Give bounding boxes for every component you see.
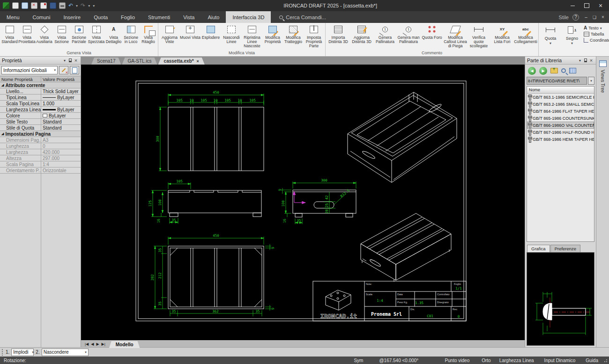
- library-pin-icon[interactable]: [583, 58, 588, 63]
- btn-tabella[interactable]: Tabella: [584, 32, 609, 36]
- tab-grafica[interactable]: Grafica: [527, 245, 550, 252]
- btn-quota[interactable]: Quota: [540, 23, 561, 56]
- btn-aggiorna-distinta[interactable]: Aggiorna Distinta 3D: [350, 23, 373, 50]
- undo-icon[interactable]: ↶: [68, 3, 73, 8]
- save-icon[interactable]: [50, 2, 56, 9]
- apply-property-button[interactable]: [70, 66, 79, 74]
- btn-imposta-proprieta-parte[interactable]: Imposta Proprietà Parte: [304, 23, 324, 50]
- btn-verifica-quote[interactable]: Verifica quote scollegate: [467, 23, 490, 50]
- redo-caret-icon[interactable]: ▾: [88, 4, 90, 8]
- mdi-restore-icon[interactable]: [591, 15, 598, 20]
- menu-tab-vista[interactable]: Vista: [177, 11, 201, 23]
- menu-tab-interfaccia-3d[interactable]: Interfaccia 3D: [226, 11, 271, 23]
- doc-tab-scena17[interactable]: Scena17: [91, 58, 121, 65]
- btn-vista-spezzata[interactable]: Vista Spezzata: [88, 23, 105, 50]
- status-punto-video[interactable]: Punto video: [445, 358, 469, 363]
- prop-stile-testo[interactable]: Stile TestoStandard: [0, 119, 81, 125]
- minimize-button[interactable]: [566, 1, 579, 10]
- import-icon[interactable]: [40, 2, 47, 9]
- btn-modifica-lista-fori[interactable]: XYModifica Lista Fori: [490, 23, 514, 50]
- style-menu[interactable]: Stile: [559, 15, 569, 20]
- menu-tab-strumenti[interactable]: Strumenti: [141, 11, 177, 23]
- menu-tab-aiuto[interactable]: Aiuto: [201, 11, 226, 23]
- library-item[interactable]: GB/T 865-1986 COUNTERSUNK ...: [527, 115, 594, 122]
- sheet-tab-modello[interactable]: Modello: [109, 341, 140, 348]
- btn-importa-distinta[interactable]: Importa Distinta 3D: [327, 23, 350, 50]
- col-header-value[interactable]: Valore Proprietà: [41, 77, 81, 82]
- btn-genera-man-pallinatura[interactable]: 1Genera man Pallinatura: [397, 23, 420, 50]
- col-header-name[interactable]: Nome Proprietà: [0, 76, 41, 82]
- title-block[interactable]: Note: Foglio 1/1 Scala 1:4 Data Controll…: [313, 281, 466, 321]
- btn-modifica-collegamenti[interactable]: abcModifica Collegamenti: [514, 23, 537, 50]
- prop-colore[interactable]: ColoreByLayer: [0, 113, 81, 119]
- prop-scala-tipolinea[interactable]: Scala TipoLinea1.000: [0, 101, 81, 107]
- close-document-icon[interactable]: [31, 2, 37, 9]
- btn-muovi-vista[interactable]: ✛Muovi Vista: [180, 23, 201, 50]
- menu-tab-inserire[interactable]: Inserire: [57, 11, 87, 23]
- undo-caret-icon[interactable]: ▾: [76, 4, 78, 8]
- end-view[interactable]: 300 100 9 42 25 28 R12.5: [278, 178, 356, 224]
- library-item[interactable]: GB/T 863.2-1986 SMALL SEMICI...: [527, 101, 594, 108]
- command-search[interactable]: Cerca Comandi...: [279, 11, 326, 23]
- btn-modifica-tratteggio[interactable]: Modifica Tratteggio: [283, 23, 304, 50]
- btn-vista-proiettata[interactable]: Vista Proiettata: [18, 23, 36, 50]
- doc-tab-cassetta[interactable]: cassetta.exb*×: [158, 58, 205, 65]
- tab-preferenze[interactable]: Preferenze: [550, 245, 580, 252]
- btn-vista-sezione[interactable]: Vista Sezione: [53, 23, 70, 50]
- library-close-icon[interactable]: [588, 58, 594, 63]
- section-attributo-corrente[interactable]: ◢Attributo corrente: [0, 82, 81, 88]
- open-document-icon[interactable]: [22, 2, 28, 9]
- library-path-input[interactable]: it-IT\RIVET\COARSE RIVET\: [527, 77, 587, 85]
- btn-esplodere[interactable]: Esplodere: [201, 23, 221, 50]
- maximize-button[interactable]: [580, 1, 593, 10]
- iso-closed-crate-view[interactable]: [361, 213, 451, 282]
- views-tree-tab[interactable]: Views Tree: [600, 70, 605, 93]
- property-scope-select[interactable]: Informazioni Globali▾: [1, 66, 58, 74]
- help-icon[interactable]: [572, 14, 579, 21]
- status-guida[interactable]: Guida: [586, 358, 598, 363]
- btn-vista-ausiliaria[interactable]: Vista Ausiliaria: [36, 23, 53, 50]
- views-tree-icon[interactable]: [599, 60, 607, 67]
- menu-tab-comuni[interactable]: Comuni: [26, 11, 57, 23]
- menu-tab-quota[interactable]: Quota: [87, 11, 114, 23]
- btn-coordinate[interactable]: Coordinate: [584, 38, 609, 43]
- implodi-select[interactable]: Implodi▾: [11, 349, 34, 356]
- btn-nascondi-linee[interactable]: Nascondi Linee: [221, 23, 242, 50]
- status-input-dinamico[interactable]: Input Dinamico: [544, 358, 576, 363]
- btn-modifica-proprieta[interactable]: Modifica Proprietà: [262, 23, 283, 50]
- back-icon[interactable]: ◀: [528, 67, 536, 75]
- btn-vista-standard[interactable]: Vista Standard: [1, 23, 18, 50]
- forward-icon[interactable]: ▶: [539, 67, 547, 75]
- front-view[interactable]: 450 105 10 105 10 105 10 105 300: [156, 90, 264, 171]
- btn-modifica-callout[interactable]: Modifica Callout Linea di Piega: [444, 23, 467, 50]
- btn-vista-ritaglio[interactable]: Vista Ritaglio: [140, 23, 157, 50]
- status-orto[interactable]: Orto: [482, 358, 490, 363]
- clear-property-button[interactable]: [59, 66, 68, 74]
- prop-livello[interactable]: Livello...Thick Solid Layer: [0, 88, 81, 95]
- btn-genera-pallinatura[interactable]: 1Genera Pallinatura: [373, 23, 397, 50]
- first-sheet-icon[interactable]: |◀: [85, 342, 89, 346]
- btn-segno[interactable]: .1Segno: [561, 23, 583, 56]
- btn-testo[interactable]: ATesto: [584, 25, 609, 30]
- view-mode-icon[interactable]: [569, 68, 576, 73]
- prop-stile-quota[interactable]: Stile di QuotaStandard: [0, 125, 81, 131]
- library-search-icon[interactable]: [561, 68, 566, 73]
- menu-tab-foglio[interactable]: Foglio: [114, 11, 141, 23]
- library-item[interactable]: GB/T 868-1986 HEMI TAPER HE...: [527, 136, 594, 143]
- next-sheet-icon[interactable]: ▶: [96, 342, 99, 346]
- library-item[interactable]: GB/T 863.1-1986 SEMICIRCLE H...: [527, 94, 594, 101]
- panel-close-icon[interactable]: [73, 58, 79, 63]
- bottom-view[interactable]: 450 35 212 35 282 9 9: [150, 233, 275, 316]
- library-item[interactable]: GB/T 867-1986 HALF-ROUND H...: [527, 129, 594, 136]
- mdi-minimize-icon[interactable]: [583, 15, 589, 20]
- library-menu-icon[interactable]: [577, 58, 583, 63]
- library-item-selected[interactable]: GB/T 866-1986O VAL COUNTER...: [527, 122, 594, 129]
- close-button[interactable]: [594, 1, 607, 10]
- prev-sheet-icon[interactable]: ◀: [91, 342, 94, 346]
- resize-grip[interactable]: [603, 358, 608, 363]
- pin-icon[interactable]: [67, 58, 73, 63]
- btn-aggiorna-viste[interactable]: Aggiorna Viste: [159, 23, 180, 50]
- prop-tipolinea[interactable]: TipoLineaByLayer: [0, 95, 81, 101]
- library-item[interactable]: GB/T 864-1986 FLAT TAPER HEA...: [527, 108, 594, 115]
- status-sym[interactable]: Sym: [354, 358, 363, 363]
